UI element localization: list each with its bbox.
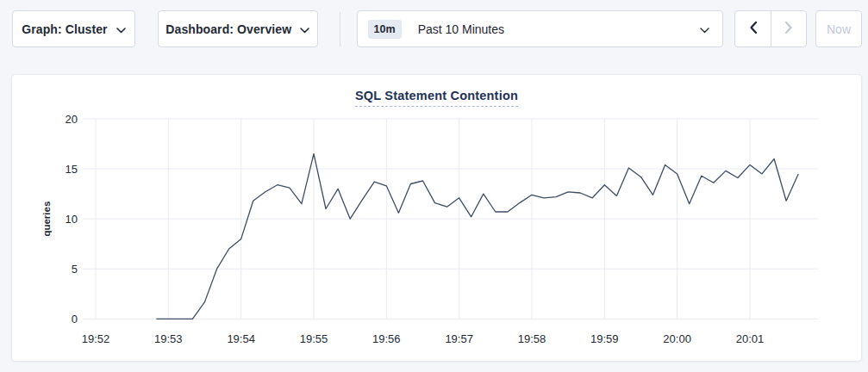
x-tick-label: 19:54	[227, 332, 255, 345]
x-tick-label: 19:55	[300, 332, 328, 345]
chevron-right-icon	[784, 21, 793, 37]
y-axis-label: queries	[41, 202, 52, 237]
prev-time-button[interactable]	[735, 11, 771, 46]
graph-selector-label: Graph: Cluster	[22, 22, 107, 36]
time-range-label: Past 10 Minutes	[418, 22, 504, 36]
y-tick-label: 10	[66, 213, 78, 226]
series-line	[156, 154, 798, 319]
toolbar-divider	[340, 12, 340, 46]
x-tick-label: 20:01	[736, 332, 765, 345]
chart-title[interactable]: SQL Statement Contention	[355, 89, 518, 107]
x-tick-label: 19:56	[372, 332, 401, 345]
line-chart[interactable]: 0510152019:5219:5319:5419:5519:5619:5719…	[12, 104, 861, 363]
dashboard-selector-label: Dashboard: Overview	[165, 22, 291, 36]
toolbar: Graph: Cluster Dashboard: Overview 10m P…	[0, 0, 868, 47]
chart-title-row: SQL Statement Contention	[12, 75, 861, 104]
dashboard-selector[interactable]: Dashboard: Overview	[158, 10, 318, 47]
y-tick-label: 0	[72, 313, 78, 326]
time-range-badge: 10m	[368, 20, 402, 39]
time-step-group	[734, 10, 807, 47]
x-tick-label: 19:58	[518, 332, 546, 345]
y-tick-label: 5	[72, 263, 78, 276]
chevron-left-icon	[749, 21, 758, 37]
now-button[interactable]: Now	[815, 10, 862, 47]
x-tick-label: 19:57	[445, 332, 473, 345]
chevron-down-icon	[700, 22, 709, 37]
x-tick-label: 19:59	[590, 332, 619, 345]
y-tick-label: 15	[66, 163, 78, 176]
chart-card: SQL Statement Contention 0510152019:5219…	[11, 74, 862, 362]
y-tick-label: 20	[66, 113, 78, 126]
time-range-dropdown[interactable]: 10m Past 10 Minutes	[357, 10, 724, 47]
chevron-down-icon	[116, 22, 126, 36]
x-tick-label: 19:53	[154, 332, 183, 345]
chevron-down-icon	[300, 22, 309, 36]
x-tick-label: 19:52	[82, 332, 110, 345]
next-time-button[interactable]	[771, 11, 806, 46]
graph-selector[interactable]: Graph: Cluster	[12, 10, 135, 47]
x-tick-label: 20:00	[663, 332, 691, 345]
